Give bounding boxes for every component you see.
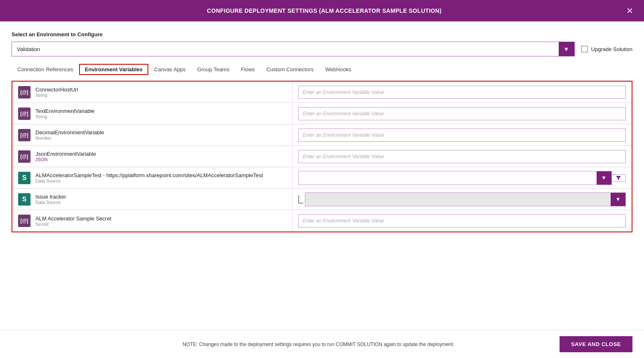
close-button[interactable]: ✕ bbox=[624, 6, 636, 16]
env-select-wrapper[interactable]: Validation ▼ bbox=[12, 42, 575, 56]
var-left-issuetracker: S Issue tracker Data Source bbox=[12, 189, 293, 210]
table-row: [@] TextEnvironmentVariable String bbox=[12, 103, 632, 124]
var-icon-label: S bbox=[22, 196, 27, 203]
var-dropdown-arrow-almtest[interactable]: ▼ bbox=[597, 171, 611, 185]
var-left-secret: [@] ALM Accelerator Sample Secret Secret bbox=[12, 210, 293, 232]
var-left-decimalenv: [@] DecimalEnvironmentVariable Number bbox=[12, 124, 293, 145]
tabs-row: Connection References Environment Variab… bbox=[12, 64, 632, 75]
var-name-secret: ALM Accelerator Sample Secret bbox=[35, 215, 111, 222]
modal-footer: NOTE: Changes made to the deployment set… bbox=[0, 330, 644, 358]
var-input-jsonenv[interactable] bbox=[298, 150, 626, 163]
var-input-inner-issuetracker: ▼ bbox=[305, 192, 626, 206]
upgrade-solution-row: Upgrade Solution bbox=[581, 46, 632, 52]
modal-title: CONFIGURE DEPLOYMENT SETTINGS (ALM Accel… bbox=[25, 7, 624, 14]
footer-note: NOTE: Changes made to the deployment set… bbox=[77, 342, 560, 347]
var-left-connectorhosturl: [@] ConnectorHostUrl String bbox=[12, 82, 293, 103]
tab-connection-references[interactable]: Connection References bbox=[12, 64, 79, 75]
var-input-almtest[interactable] bbox=[299, 171, 597, 185]
var-left-almtest: S ALMAcceleratorSampleTest - https://ppl… bbox=[12, 167, 293, 188]
var-icon-issuetracker: S bbox=[18, 193, 30, 206]
table-row: [@] JsonEnvironmentVariable JSON bbox=[12, 146, 632, 167]
var-icon-decimalenv: [@] bbox=[18, 129, 30, 141]
var-dropdown-arrow-issuetracker[interactable]: ▼ bbox=[611, 193, 625, 206]
var-right-issuetracker: ▼ bbox=[293, 189, 632, 210]
var-icon-label: [@] bbox=[20, 89, 28, 95]
var-input-issuetracker[interactable] bbox=[305, 193, 611, 206]
var-right-connectorhosturl bbox=[293, 82, 632, 103]
corner-bracket-icon bbox=[298, 195, 303, 204]
upgrade-solution-label: Upgrade Solution bbox=[591, 46, 632, 52]
table-row: [@] ConnectorHostUrl String bbox=[12, 82, 632, 103]
save-close-button[interactable]: SAVE AND CLOSE bbox=[560, 336, 632, 352]
var-icon-secret: [@] bbox=[18, 215, 30, 227]
modal-header: CONFIGURE DEPLOYMENT SETTINGS (ALM Accel… bbox=[0, 0, 644, 21]
var-icon-connectorhosturl: [@] bbox=[18, 86, 30, 98]
var-type-secret: Secret bbox=[35, 222, 111, 227]
tab-custom-connectors[interactable]: Custom Connectors bbox=[260, 64, 319, 75]
var-right-jsonenv bbox=[293, 146, 632, 167]
env-selected-value: Validation bbox=[12, 42, 559, 56]
var-input-textenv[interactable] bbox=[298, 107, 626, 120]
var-info-jsonenv: JsonEnvironmentVariable JSON bbox=[35, 151, 96, 162]
env-select-arrow-icon[interactable]: ▼ bbox=[559, 42, 574, 56]
var-info-decimalenv: DecimalEnvironmentVariable Number bbox=[35, 129, 104, 140]
var-icon-label: [@] bbox=[20, 111, 28, 117]
variables-table: [@] ConnectorHostUrl String [@] bbox=[12, 81, 632, 232]
table-row: [@] ALM Accelerator Sample Secret Secret bbox=[12, 210, 632, 232]
tab-group-teams[interactable]: Group Teams bbox=[192, 64, 235, 75]
var-type-issuetracker: Data Source bbox=[35, 200, 66, 205]
var-icon-label: [@] bbox=[20, 218, 28, 224]
var-name-jsonenv: JsonEnvironmentVariable bbox=[35, 151, 96, 157]
var-name-decimalenv: DecimalEnvironmentVariable bbox=[35, 129, 104, 136]
tab-environment-variables[interactable]: Environment Variables bbox=[79, 64, 148, 75]
var-type-almtest: Data Source bbox=[35, 178, 263, 183]
var-icon-jsonenv: [@] bbox=[18, 150, 30, 163]
upgrade-solution-checkbox[interactable] bbox=[581, 46, 588, 52]
var-left-textenv: [@] TextEnvironmentVariable String bbox=[12, 103, 293, 124]
var-type-decimalenv: Number bbox=[35, 136, 104, 140]
tab-canvas-apps[interactable]: Canvas Apps bbox=[148, 64, 192, 75]
var-name-issuetracker: Issue tracker bbox=[35, 194, 66, 200]
var-type-textenv: String bbox=[35, 114, 95, 119]
var-right-decimalenv bbox=[293, 124, 632, 145]
var-type-jsonenv: JSON bbox=[35, 157, 96, 162]
var-info-textenv: TextEnvironmentVariable String bbox=[35, 108, 95, 119]
var-icon-almtest: S bbox=[18, 172, 30, 184]
modal-container: CONFIGURE DEPLOYMENT SETTINGS (ALM Accel… bbox=[0, 0, 644, 358]
var-icon-textenv: [@] bbox=[18, 108, 30, 120]
tab-webhooks[interactable]: WebHooks bbox=[319, 64, 357, 75]
var-input-with-btn2-issuetracker: ▼ bbox=[298, 192, 626, 206]
var-name-almtest: ALMAcceleratorSampleTest - https://pplat… bbox=[35, 172, 263, 178]
var-input-with-btn-almtest: ▼ bbox=[298, 171, 612, 185]
var-filter-icon-almtest[interactable] bbox=[612, 174, 626, 182]
var-name-textenv: TextEnvironmentVariable bbox=[35, 108, 95, 114]
var-name-connectorhosturl: ConnectorHostUrl bbox=[35, 87, 78, 93]
var-right-almtest: ▼ bbox=[293, 167, 632, 188]
env-section-label: Select an Environment to Configure bbox=[12, 31, 632, 37]
modal-body: Select an Environment to Configure Valid… bbox=[0, 21, 644, 358]
var-icon-label: [@] bbox=[20, 132, 28, 138]
var-right-secret bbox=[293, 210, 632, 232]
table-row: [@] DecimalEnvironmentVariable Number bbox=[12, 124, 632, 146]
var-info-secret: ALM Accelerator Sample Secret Secret bbox=[35, 215, 111, 227]
var-input-decimalenv[interactable] bbox=[298, 129, 626, 142]
var-info-issuetracker: Issue tracker Data Source bbox=[35, 194, 66, 205]
var-icon-label: S bbox=[22, 174, 27, 182]
var-info-almtest: ALMAcceleratorSampleTest - https://pplat… bbox=[35, 172, 263, 183]
var-icon-label: [@] bbox=[20, 154, 28, 159]
env-select-row: Validation ▼ Upgrade Solution bbox=[12, 42, 632, 56]
var-right-textenv bbox=[293, 103, 632, 124]
var-input-connectorhosturl[interactable] bbox=[298, 86, 626, 99]
table-row: S ALMAcceleratorSampleTest - https://ppl… bbox=[12, 167, 632, 189]
var-info-connectorhosturl: ConnectorHostUrl String bbox=[35, 87, 78, 98]
var-input-secret[interactable] bbox=[298, 214, 626, 227]
var-left-jsonenv: [@] JsonEnvironmentVariable JSON bbox=[12, 146, 293, 167]
var-type-connectorhosturl: String bbox=[35, 93, 78, 98]
tab-flows[interactable]: Flows bbox=[235, 64, 260, 75]
table-row: S Issue tracker Data Source ▼ bbox=[12, 189, 632, 210]
